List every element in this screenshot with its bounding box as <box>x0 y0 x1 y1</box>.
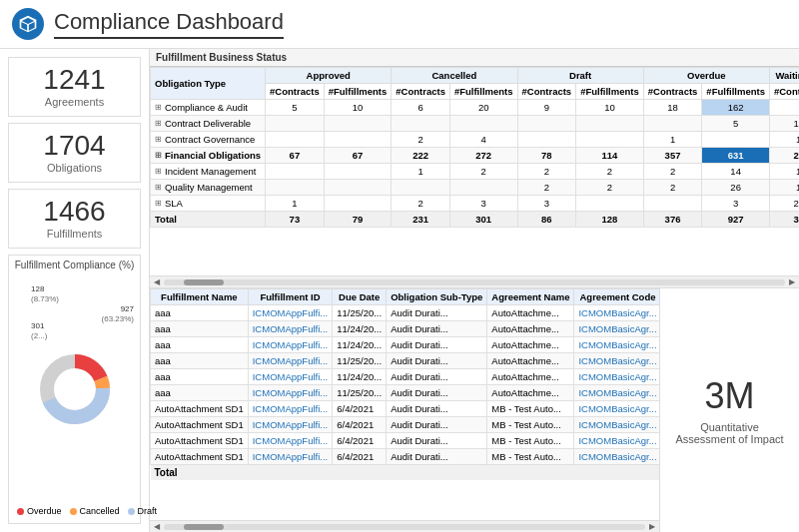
agreements-number: 1241 <box>43 66 105 94</box>
page-title: Compliance Dashboard <box>54 9 284 39</box>
logo-icon <box>18 14 38 34</box>
col-fulfillment-name: Fulfillment Name <box>151 289 249 305</box>
draft-fulfillments: #Fulfillments <box>576 84 644 100</box>
draft-contracts: #Contracts <box>517 84 576 100</box>
donut-title: Fulfillment Compliance (%) <box>13 260 136 270</box>
scroll-right[interactable]: ▶ <box>787 277 797 286</box>
lower-scroll-left[interactable]: ◀ <box>152 522 162 531</box>
col-agreement-name: Agreement Name <box>487 289 574 305</box>
lower-table-wrapper[interactable]: Fulfillment Name Fulfillment ID Due Date… <box>150 288 659 520</box>
draft-dot <box>128 508 135 515</box>
lower-right: Fulfillment Name Fulfillment ID Due Date… <box>150 288 659 532</box>
obligations-number: 1704 <box>43 132 105 160</box>
col-obligation-subtype: Obligation Sub-Type <box>387 289 487 305</box>
legend: Overdue Cancelled Draft <box>13 503 136 519</box>
overdue-fulfillments: #Fulfillments <box>702 84 770 100</box>
cancelled-header: Cancelled <box>392 68 517 84</box>
cancelled-label: Cancelled <box>80 506 120 516</box>
donut-right-labels: 927 (63.23%) <box>102 304 134 325</box>
upper-table: Obligation Type Approved Cancelled Draft… <box>150 67 799 228</box>
overdue-header: Overdue <box>643 68 769 84</box>
waiting-header: Waiting For Ap <box>769 68 799 84</box>
col-due-date: Due Date <box>333 289 387 305</box>
agreements-stat: 1241 Agreements <box>8 57 141 117</box>
main-content: 1241 Agreements 1704 Obligations 1466 Fu… <box>0 49 799 532</box>
upper-table-wrapper[interactable]: Obligation Type Approved Cancelled Draft… <box>150 67 799 275</box>
approved-fulfillments: #Fulfillments <box>324 84 392 100</box>
waiting-contracts: #Contracts <box>769 84 799 100</box>
dashboard: Compliance Dashboard 1241 Agreements 170… <box>0 0 799 532</box>
scroll-track[interactable] <box>164 279 785 285</box>
donut-section: Fulfillment Compliance (%) 12 <box>8 255 141 524</box>
overdue-dot <box>17 508 24 515</box>
lower-section: Fulfillment Name Fulfillment ID Due Date… <box>150 288 799 532</box>
col-agreement-code: Agreement Code <box>574 289 659 305</box>
right-panel: Fulfillment Business Status Obligation T… <box>150 49 799 532</box>
cancelled-contracts: #Contracts <box>392 84 450 100</box>
approved-contracts: #Contracts <box>266 84 325 100</box>
total-label: Total <box>151 465 660 481</box>
upper-section: Fulfillment Business Status Obligation T… <box>150 49 799 288</box>
obligation-type-header: Obligation Type <box>151 68 266 100</box>
donut-svg <box>35 349 115 429</box>
fulfillment-lower-wrapper: Fulfillment Name Fulfillment ID Due Date… <box>150 288 799 532</box>
scroll-left[interactable]: ◀ <box>152 277 162 286</box>
draft-header: Draft <box>517 68 643 84</box>
lower-table-total: Total <box>151 465 660 481</box>
legend-cancelled: Cancelled <box>70 506 120 516</box>
impact-number: 3M <box>704 375 754 417</box>
cancelled-fulfillments: #Fulfillments <box>449 84 517 100</box>
agreements-label: Agreements <box>45 96 104 108</box>
logo <box>12 8 44 40</box>
lower-scroll-thumb <box>184 524 224 530</box>
overdue-contracts: #Contracts <box>643 84 702 100</box>
fulfillments-number: 1466 <box>43 198 105 226</box>
scroll-thumb <box>184 279 224 285</box>
approved-header: Approved <box>266 68 392 84</box>
overdue-label: Overdue <box>27 506 62 516</box>
left-panel: 1241 Agreements 1704 Obligations 1466 Fu… <box>0 49 150 532</box>
lower-scroll-track[interactable] <box>164 524 645 530</box>
fulfillment-business-status-title: Fulfillment Business Status <box>150 49 799 67</box>
impact-label: Quantitative Assessment of Impact <box>670 421 789 445</box>
col-fulfillment-id: Fulfillment ID <box>248 289 333 305</box>
lower-scroll[interactable]: ◀ ▶ <box>150 520 659 532</box>
legend-overdue: Overdue <box>17 506 62 516</box>
fulfillments-stat: 1466 Fulfillments <box>8 189 141 249</box>
obligations-stat: 1704 Obligations <box>8 123 141 183</box>
upper-scroll[interactable]: ◀ ▶ <box>150 275 799 287</box>
impact-section: 3M Quantitative Assessment of Impact <box>659 288 799 532</box>
donut-left-labels: 128 (8.73%) 301 (2...) <box>31 284 59 342</box>
obligations-label: Obligations <box>47 162 102 174</box>
donut-chart: 128 (8.73%) 301 (2...) 927 (63.23%) <box>13 274 136 503</box>
lower-table: Fulfillment Name Fulfillment ID Due Date… <box>150 288 659 480</box>
lower-scroll-right[interactable]: ▶ <box>647 522 657 531</box>
cancelled-dot <box>70 508 77 515</box>
fulfillments-label: Fulfillments <box>47 228 103 240</box>
header: Compliance Dashboard <box>0 0 799 49</box>
